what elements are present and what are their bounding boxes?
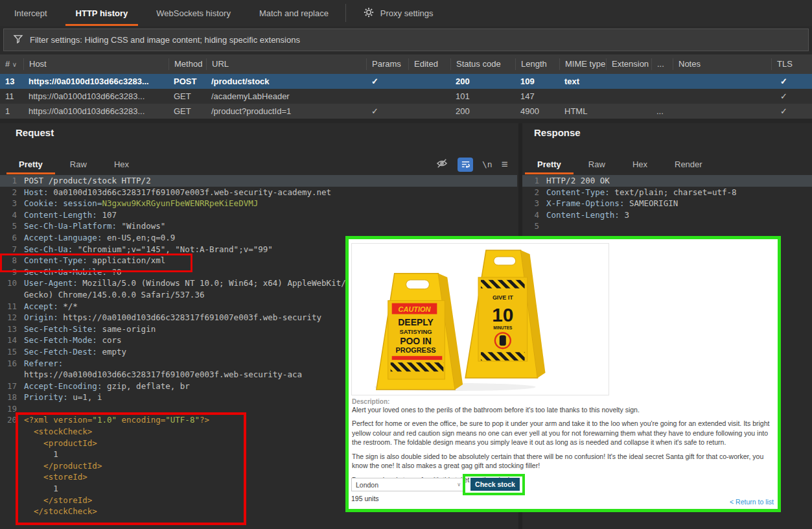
- col-header-tls[interactable]: TLS: [771, 58, 812, 70]
- request-tab-raw[interactable]: Raw: [56, 155, 100, 173]
- code-line: 2Content-Type: text/plain; charset=utf-8: [522, 187, 812, 198]
- response-tab-raw[interactable]: Raw: [575, 155, 619, 173]
- return-to-list-link[interactable]: < Return to list: [730, 498, 774, 506]
- code-line: 3X-Frame-Options: SAMEORIGIN: [522, 198, 812, 209]
- col-header-mime-type[interactable]: MIME type: [559, 58, 606, 70]
- sign-left: CAUTION DEEPLY SATISYING POO IN PROGRESS: [377, 274, 463, 390]
- svg-text:SATISYING: SATISYING: [399, 328, 432, 335]
- burp-proxy-window: Intercept HTTP history WebSockets histor…: [0, 0, 812, 529]
- tls-check-icon: ✓: [771, 91, 812, 101]
- response-view-tabs: Pretty Raw Hex Render: [524, 155, 716, 173]
- code-line: 5Sec-Ch-Ua-Platform: "Windows": [0, 220, 517, 232]
- code-line: 1HTTP/2 200 OK: [522, 175, 812, 187]
- history-row-1[interactable]: 1 https://0a0100d103d66c3283... GET /pro…: [0, 104, 812, 119]
- svg-text:CAUTION: CAUTION: [399, 305, 432, 313]
- code-line: 3Cookie: session=N3gxwu9KxRGyunFbeWENRRp…: [0, 198, 517, 209]
- annotation-box-check-stock: [463, 474, 525, 495]
- hide-nonprintable-icon[interactable]: [435, 157, 448, 172]
- svg-text:MINUTES: MINUTES: [493, 325, 513, 330]
- svg-text:DEEPLY: DEEPLY: [398, 317, 434, 327]
- sort-indicator-icon: ∨: [12, 61, 17, 68]
- table-bottom-strip: [0, 119, 812, 123]
- params-check-icon: ✓: [366, 106, 408, 116]
- annotation-box-xml-body: [16, 412, 246, 525]
- code-line: 5: [522, 220, 812, 232]
- request-panel-title: Request: [16, 127, 54, 138]
- product-image-frame: GIVE IT 10 MINUTES CAUTION DEEPLY S: [351, 243, 609, 395]
- filter-settings-text: Filter settings: Hiding CSS and image co…: [30, 35, 300, 45]
- annotation-box-content-type: [0, 253, 192, 272]
- code-line: 4Content-Length: 107: [0, 209, 517, 221]
- tls-check-icon: ✓: [771, 106, 812, 116]
- chevron-down-icon: ∨: [457, 482, 461, 488]
- product-description: Alert your loved ones to the perils of t…: [352, 405, 774, 489]
- tab-http-history[interactable]: HTTP history: [62, 0, 143, 26]
- show-newlines-icon[interactable]: \n: [482, 159, 493, 169]
- col-header-dots[interactable]: ...: [651, 58, 673, 70]
- filter-settings-bar[interactable]: Filter settings: Hiding CSS and image co…: [3, 29, 809, 51]
- code-line: 2Host: 0a0100d103d66c328317f691007e003f.…: [0, 187, 517, 198]
- tab-match-and-replace[interactable]: Match and replace: [245, 0, 343, 26]
- proxy-tab-bar: Intercept HTTP history WebSockets histor…: [0, 0, 812, 26]
- tab-websockets-history[interactable]: WebSockets history: [142, 0, 245, 26]
- stock-units-text: 195 units: [351, 495, 379, 502]
- editor-menu-icon[interactable]: ≡: [502, 159, 508, 170]
- col-header-length[interactable]: Length: [515, 58, 559, 70]
- history-row-13[interactable]: 13 https://0a0100d103d66c3283... POST /p…: [0, 74, 812, 89]
- sign-right: GIVE IT 10 MINUTES: [465, 250, 545, 378]
- response-tab-hex[interactable]: Hex: [619, 155, 661, 173]
- filter-funnel-icon: [13, 34, 23, 46]
- gear-icon: [363, 6, 375, 20]
- description-paragraph: Alert your loved ones to the perils of t…: [352, 405, 774, 414]
- store-select[interactable]: London ∨: [351, 478, 465, 491]
- col-header-number[interactable]: # ∨: [0, 58, 23, 70]
- col-header-host[interactable]: Host: [23, 58, 168, 70]
- svg-text:PROGRESS: PROGRESS: [396, 346, 436, 354]
- description-label: Description:: [352, 398, 389, 405]
- tls-check-icon: ✓: [771, 76, 812, 86]
- col-header-notes[interactable]: Notes: [673, 58, 771, 70]
- svg-text:GIVE IT: GIVE IT: [493, 294, 513, 301]
- code-line: 4Content-Length: 3: [522, 209, 812, 221]
- svg-text:10: 10: [492, 304, 513, 325]
- word-wrap-icon[interactable]: [458, 158, 473, 172]
- col-header-params[interactable]: Params: [366, 58, 408, 70]
- request-tab-pretty[interactable]: Pretty: [5, 155, 56, 173]
- annotation-box-product-page: GIVE IT 10 MINUTES CAUTION DEEPLY S: [345, 236, 781, 512]
- tab-separator: [345, 4, 346, 22]
- request-view-tabs: Pretty Raw Hex: [5, 155, 143, 173]
- col-header-url[interactable]: URL: [206, 58, 366, 70]
- description-paragraph: Perfect for home or even the office, be …: [352, 419, 774, 447]
- params-check-icon: ✓: [366, 76, 408, 86]
- response-tab-pretty[interactable]: Pretty: [524, 155, 575, 173]
- history-row-11[interactable]: 11 https://0a0100d103d66c3283... GET /ac…: [0, 89, 812, 104]
- col-header-extension[interactable]: Extension: [606, 58, 651, 70]
- col-header-method[interactable]: Method: [168, 58, 206, 70]
- code-line: 1POST /product/stock HTTP/2: [0, 175, 517, 187]
- request-editor-toolbar: \n ≡: [435, 157, 508, 172]
- description-paragraph: The sign is also double sided to be abso…: [352, 452, 774, 471]
- history-table-header: # ∨ Host Method URL Params Edited Status…: [0, 54, 812, 74]
- svg-text:POO IN: POO IN: [400, 336, 432, 346]
- col-header-edited[interactable]: Edited: [408, 58, 450, 70]
- tab-intercept[interactable]: Intercept: [0, 0, 62, 26]
- col-header-status-code[interactable]: Status code: [450, 58, 515, 70]
- response-tab-render[interactable]: Render: [661, 155, 716, 173]
- request-tab-hex[interactable]: Hex: [100, 155, 143, 173]
- tab-proxy-settings[interactable]: Proxy settings: [349, 0, 448, 26]
- product-image: GIVE IT 10 MINUTES CAUTION DEEPLY S: [352, 244, 607, 394]
- response-panel-title: Response: [534, 127, 581, 138]
